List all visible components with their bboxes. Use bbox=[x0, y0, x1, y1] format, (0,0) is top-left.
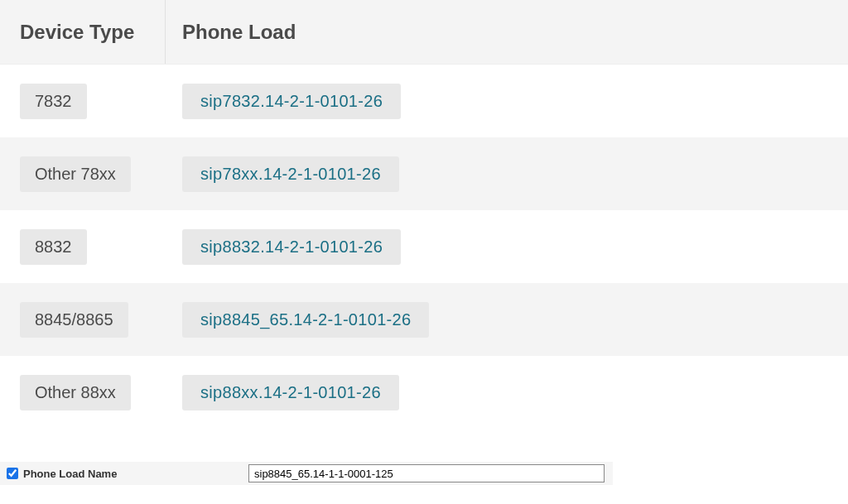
load-badge: sip8845_65.14-2-1-0101-26 bbox=[182, 302, 429, 338]
device-badge: 7832 bbox=[20, 84, 87, 119]
phone-load-name-checkbox[interactable] bbox=[7, 468, 18, 479]
phone-load-name-label: Phone Load Name bbox=[23, 468, 248, 480]
load-badge: sip7832.14-2-1-0101-26 bbox=[182, 84, 401, 119]
table-row: 7832 sip7832.14-2-1-0101-26 bbox=[0, 65, 848, 137]
load-badge: sip88xx.14-2-1-0101-26 bbox=[182, 375, 399, 410]
table-row: 8845/8865 sip8845_65.14-2-1-0101-26 bbox=[0, 283, 848, 356]
table-row: Other 78xx sip78xx.14-2-1-0101-26 bbox=[0, 137, 848, 210]
load-cell: sip8832.14-2-1-0101-26 bbox=[166, 229, 401, 265]
phone-load-name-input[interactable] bbox=[248, 464, 605, 482]
load-badge: sip8832.14-2-1-0101-26 bbox=[182, 229, 401, 265]
device-cell: Other 88xx bbox=[20, 375, 166, 410]
load-cell: sip78xx.14-2-1-0101-26 bbox=[166, 156, 399, 192]
phone-load-form-row: Phone Load Name bbox=[0, 462, 613, 485]
load-badge: sip78xx.14-2-1-0101-26 bbox=[182, 156, 399, 192]
header-phone-load: Phone Load bbox=[166, 0, 848, 64]
device-cell: 8845/8865 bbox=[20, 302, 166, 338]
device-cell: 8832 bbox=[20, 229, 166, 265]
table-header-row: Device Type Phone Load bbox=[0, 0, 848, 65]
device-load-table: Device Type Phone Load 7832 sip7832.14-2… bbox=[0, 0, 848, 429]
device-cell: Other 78xx bbox=[20, 156, 166, 192]
device-badge: 8845/8865 bbox=[20, 302, 128, 338]
load-cell: sip7832.14-2-1-0101-26 bbox=[166, 84, 401, 119]
header-device-type: Device Type bbox=[0, 0, 166, 64]
load-cell: sip88xx.14-2-1-0101-26 bbox=[166, 375, 399, 410]
load-cell: sip8845_65.14-2-1-0101-26 bbox=[166, 302, 429, 338]
device-badge: Other 88xx bbox=[20, 375, 131, 410]
device-badge: Other 78xx bbox=[20, 156, 131, 192]
device-cell: 7832 bbox=[20, 84, 166, 119]
table-row: 8832 sip8832.14-2-1-0101-26 bbox=[0, 210, 848, 283]
device-badge: 8832 bbox=[20, 229, 87, 265]
table-row: Other 88xx sip88xx.14-2-1-0101-26 bbox=[0, 356, 848, 429]
